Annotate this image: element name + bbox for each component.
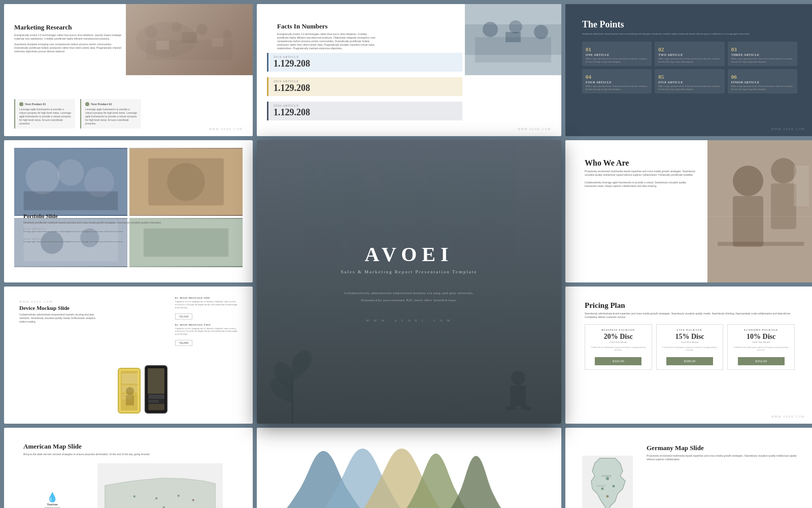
svg-rect-72 [601, 475, 612, 477]
portfolio-img4 [129, 218, 243, 267]
slide3-title: The Points [582, 19, 797, 30]
slide9-body: Seamlessly administrate brand expertise … [585, 312, 795, 319]
slide10-body: Bring to the table win-win survival stra… [23, 453, 233, 456]
germany-map-area [574, 437, 640, 508]
tourism-desc: estimable testing [22, 506, 83, 508]
usa-map-container [85, 463, 235, 508]
svg-point-21 [57, 159, 84, 185]
svg-rect-9 [179, 42, 199, 43]
svg-point-2 [136, 22, 197, 57]
svg-rect-23 [24, 192, 118, 210]
svg-point-68 [606, 477, 609, 480]
phone2-screen [148, 368, 164, 410]
svg-point-20 [25, 160, 59, 194]
usa-map-svg [85, 463, 235, 508]
svg-point-16 [534, 25, 548, 39]
slide7-header: www.avoe.com Device Mockup Slide Collabo… [12, 294, 105, 416]
avoei-desc-line2: Dynamically procrastinate B2C users afte… [341, 297, 478, 304]
slide7-title: Device Mockup Slide [19, 305, 97, 311]
svg-point-61 [133, 495, 136, 497]
tourism-icon: 💧 [22, 492, 83, 503]
pricing-economy: ECONOMY PACKAGE 10% Disc Until This Mont… [727, 324, 795, 370]
msg1-price: +$3,420 [175, 313, 192, 320]
point-02: 02 TWO ARTICLE Make a type specimen book… [655, 42, 724, 66]
slide12-text: Germany Map Slide Proactively envisioned… [640, 437, 805, 508]
svg-point-69 [601, 488, 604, 490]
slide9-content: Pricing Plan Seamlessly administrate bra… [576, 294, 804, 377]
slide1-body1: Energistically evolve 2.0 technologies r… [14, 34, 126, 41]
slide12-body: Proactively envisioned multimedia based … [647, 454, 799, 461]
svg-rect-50 [122, 373, 138, 384]
messages-container: 01. Main Message One Capitalize on low h… [175, 297, 238, 414]
svg-rect-18 [505, 32, 521, 42]
svg-rect-32 [144, 229, 228, 257]
slide1-bottom: Next Product 01 Leverage agile framework… [14, 99, 243, 129]
slide-the-points: The Points Seamlessly administrate brand… [565, 4, 812, 136]
fact-2020: 2020 ARTICLE 1.129.208 [267, 102, 462, 120]
svg-point-42 [733, 166, 763, 196]
svg-point-3 [145, 26, 157, 38]
svg-point-6 [223, 30, 232, 39]
np2-text: Leverage agile frameworks to provide a r… [85, 108, 137, 125]
svg-rect-7 [146, 40, 232, 60]
svg-rect-38 [505, 405, 516, 410]
slide10-map-area: 💧 Tourism estimable testing 👤 Country In… [14, 463, 243, 508]
pricing-economy-btn[interactable]: $252.00 [738, 357, 785, 365]
svg-rect-56 [148, 368, 164, 394]
slide2-url: www.avoe.com [518, 123, 551, 132]
slide12-title: Germany Map Slide [647, 444, 799, 452]
slide4-images [14, 148, 243, 209]
np2-icon [85, 102, 89, 106]
slide2-image [465, 4, 561, 75]
pricing-business-btn[interactable]: $325.00 [595, 357, 641, 365]
slide-who-we-are: Who We Are Proactively envisioned multim… [565, 140, 812, 282]
svg-rect-37 [511, 386, 526, 406]
point-06: 06 FINISH ARTICLE Make a type specimen b… [728, 69, 797, 93]
svg-point-14 [483, 22, 498, 37]
slide-marketing-research: Marketing Research Energistically evolve… [4, 4, 253, 136]
np1-text: Leverage agile frameworks to provide a r… [19, 108, 71, 125]
svg-rect-10 [156, 41, 169, 50]
svg-rect-45 [771, 183, 796, 229]
slide3-points-grid: 01 ONE ARTICLE Make a type specimen book… [582, 42, 797, 93]
svg-rect-1 [126, 4, 253, 75]
portfolio-img1 [14, 148, 127, 216]
slide-avoei-featured: AVOEI Sales & Marketing Report Presentat… [257, 140, 561, 424]
msg2: 02. Main Message Two Capitalize on low h… [175, 324, 238, 346]
chair-silhouette [495, 368, 541, 424]
slide1-title: Marketing Research [14, 23, 126, 31]
slide-device-mockup: www.avoe.com Device Mockup Slide Collabo… [4, 287, 253, 424]
svg-rect-73 [596, 485, 605, 487]
slide6-body1: Proactively envisioned multimedia based … [585, 170, 696, 177]
slide-bell-chart: ARTICLE ONE Make a type specimen book lo… [257, 428, 561, 508]
bell-curves-svg [275, 440, 544, 508]
svg-point-44 [771, 158, 796, 183]
svg-point-53 [126, 387, 134, 395]
pricing-lite: LITE PACKAGE 15% Disc Until This Month C… [656, 324, 724, 370]
slide10-stats: 💧 Tourism estimable testing 👤 Country In… [22, 463, 83, 508]
avoei-desc: Collaboratively administrate empowered m… [341, 290, 478, 304]
fact-2018: 2018 ARTICLE 1.129.208 [267, 53, 462, 72]
slide-germany-map: Germany Map Slide Proactively envisioned… [565, 428, 812, 508]
next-product-2: Next Product 02 Leverage agile framework… [80, 99, 141, 129]
svg-rect-54 [126, 395, 134, 405]
svg-rect-8 [182, 32, 197, 42]
germany-map-svg [580, 456, 635, 508]
svg-rect-57 [149, 395, 164, 399]
point-04: 04 FOUR ARTICLE Make a type specimen boo… [582, 69, 652, 93]
svg-point-64 [192, 499, 194, 501]
slide6-body2: Collaboratively leverage agile framework… [585, 181, 696, 188]
svg-point-5 [196, 24, 208, 35]
np1-icon [19, 102, 23, 106]
pricing-lite-btn[interactable]: $289.00 [666, 357, 713, 365]
plant-silhouette [267, 332, 318, 424]
slide-facts-numbers: Facts In Numbers Energistically evolve 2… [257, 4, 561, 136]
avoei-desc-line1: Collaboratively administrate empowered m… [341, 290, 478, 297]
portfolio-img2 [129, 148, 243, 216]
msg1: 01. Main Message One Capitalize on low h… [175, 297, 238, 320]
slide-portfolio: Portfolio Slide Relatively pontificate m… [4, 140, 253, 282]
slide3-subtitle: Seamlessly administrate brand expertise … [582, 33, 760, 36]
slide6-image [707, 140, 812, 282]
avoei-subtitle: Sales & Marketing Report Presentation Te… [341, 269, 478, 274]
svg-point-71 [606, 495, 609, 498]
